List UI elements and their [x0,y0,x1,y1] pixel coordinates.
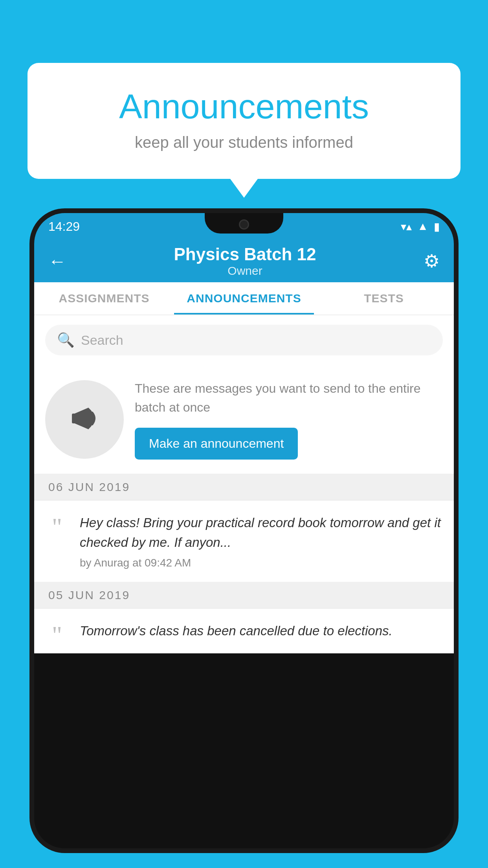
bubble-title: Announcements [59,86,429,127]
battery-icon: ▮ [434,220,440,233]
header-title: Physics Batch 12 [66,245,424,264]
announcement-text-area-2: Tomorrow's class has been cancelled due … [80,621,443,645]
speech-bubble-area: Announcements keep all your students inf… [28,63,460,179]
announcement-item-2: " Tomorrow's class has been cancelled du… [34,609,454,653]
wifi-icon: ▾▴ [401,220,412,233]
tab-assignments[interactable]: ASSIGNMENTS [34,282,174,314]
settings-icon[interactable]: ⚙ [424,250,440,272]
promo-right: These are messages you want to send to t… [135,379,443,460]
promo-icon-circle [45,380,124,459]
phone-content: 🔍 Search [34,315,454,653]
tab-announcements[interactable]: ANNOUNCEMENTS [174,282,314,314]
header-title-area: Physics Batch 12 Owner [66,245,424,278]
announcement-text-2: Tomorrow's class has been cancelled due … [80,621,443,641]
search-icon: 🔍 [57,332,75,348]
status-time: 14:29 [48,219,80,234]
header-subtitle: Owner [66,264,424,278]
volume-up-button [29,315,32,347]
phone-notch [205,213,283,234]
phone-mockup: 14:29 ▾▴ ▲ ▮ ← Physics Batch 12 Owner ⚙ … [29,208,459,853]
svg-rect-1 [72,414,76,423]
signal-icon: ▲ [417,220,428,233]
announcement-text-1: Hey class! Bring your practical record b… [80,513,443,552]
megaphone-icon [65,400,104,439]
phone-wrapper: 14:29 ▾▴ ▲ ▮ ← Physics Batch 12 Owner ⚙ … [29,208,459,868]
make-announcement-button[interactable]: Make an announcement [135,428,298,460]
status-icons: ▾▴ ▲ ▮ [401,220,440,233]
announcement-meta-1: by Anurag at 09:42 AM [80,557,443,569]
date-separator-2: 05 JUN 2019 [34,582,454,609]
search-container: 🔍 Search [34,315,454,365]
volume-down-button [29,355,32,386]
tabs-bar: ASSIGNMENTS ANNOUNCEMENTS TESTS [34,282,454,315]
phone-camera [239,219,249,230]
app-header: ← Physics Batch 12 Owner ⚙ [34,240,454,282]
search-placeholder: Search [81,333,123,348]
promo-description: These are messages you want to send to t… [135,379,443,417]
speech-bubble: Announcements keep all your students inf… [28,63,460,179]
announcement-item-1: " Hey class! Bring your practical record… [34,500,454,582]
tab-tests[interactable]: TESTS [314,282,454,314]
bubble-subtitle: keep all your students informed [59,134,429,151]
svg-marker-0 [75,408,88,429]
power-button [456,335,459,378]
announcement-text-area-1: Hey class! Bring your practical record b… [80,513,443,569]
quote-icon-2: " [45,625,69,645]
quote-icon-1: " [45,517,69,537]
search-bar[interactable]: 🔍 Search [45,325,443,355]
date-separator-1: 06 JUN 2019 [34,474,454,500]
announcement-promo: These are messages you want to send to t… [34,365,454,474]
back-button[interactable]: ← [48,250,66,272]
